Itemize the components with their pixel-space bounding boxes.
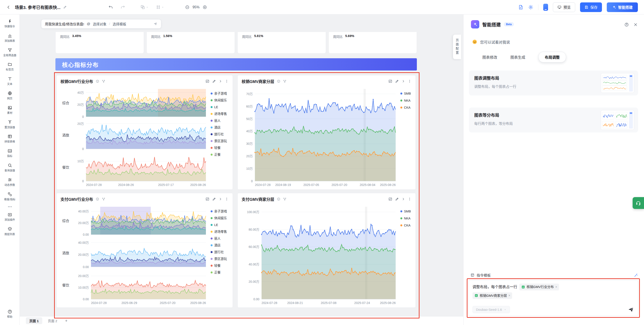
sidebar-item-layer-list[interactable]: 图层列表 <box>1 224 18 238</box>
switch-chart-icon[interactable] <box>388 197 392 201</box>
preview-button[interactable]: 预览 <box>553 2 575 12</box>
info-icon[interactable] <box>96 80 99 83</box>
redo-icon[interactable] <box>120 5 125 10</box>
template-icon[interactable] <box>470 273 474 277</box>
select-template-link[interactable]: 选择模板 <box>112 22 126 26</box>
sidebar-item-more[interactable] <box>1 204 18 210</box>
remove-tag-icon[interactable]: × <box>508 293 510 298</box>
back-icon[interactable] <box>6 5 11 10</box>
tab-layout-adjust[interactable]: 布局调整 <box>538 52 566 62</box>
relation-icon[interactable] <box>283 80 286 83</box>
edit-icon[interactable] <box>212 197 216 201</box>
panel-help-icon[interactable] <box>624 22 629 27</box>
zoom-level[interactable]: 95% <box>192 5 200 9</box>
undo-icon[interactable] <box>108 5 113 10</box>
edit-icon[interactable] <box>395 197 399 201</box>
sidebar-item-tab-page[interactable]: 标签页 <box>1 59 18 74</box>
expand-icon[interactable] <box>218 80 222 83</box>
info-icon[interactable] <box>277 197 280 201</box>
rename-icon[interactable] <box>63 5 67 9</box>
more-icon[interactable] <box>225 197 229 201</box>
page-config-tab[interactable]: 页面配置 <box>453 34 461 59</box>
switch-chart-icon[interactable] <box>206 197 210 201</box>
zoom-out-icon[interactable] <box>185 5 190 10</box>
sliders-icon <box>8 178 12 182</box>
kpi-card[interactable]: 周同比 5.81% <box>238 32 326 54</box>
support-float-button[interactable] <box>632 197 644 209</box>
more-icon[interactable] <box>408 79 412 83</box>
info-icon[interactable] <box>277 80 280 83</box>
more-icon[interactable] <box>225 79 229 83</box>
chart-canvas[interactable]: 40万20万0综合20万0酒旅10万0餐饮2024-07-282024-08-2… <box>59 87 230 188</box>
svg-text:0: 0 <box>82 115 84 118</box>
magic-wand-icon[interactable] <box>634 273 638 278</box>
export-doc-icon[interactable] <box>518 4 523 10</box>
zoom-in-icon[interactable] <box>202 5 207 10</box>
expand-icon[interactable] <box>402 80 405 83</box>
sidebar-item-add-plugin[interactable]: 添加插件 <box>1 210 18 224</box>
sidebar-item-stitch-table[interactable]: 拼接表格 <box>1 132 18 146</box>
save-button[interactable]: 保存 <box>580 2 602 12</box>
chart-card-pay-gmv-merchant[interactable]: 支付GMV商家分层 100.00万80.00万60.00万40.00万20.00… <box>238 193 416 308</box>
assistant-input-box[interactable]: 调整布局，每个图表占一行 核销GMV行业分布 × 核销GMV商家分层 × Dou… <box>468 280 638 316</box>
panel-close-icon[interactable] <box>633 22 638 27</box>
tab-chart-modify[interactable]: 图表修改 <box>482 54 497 60</box>
ai-prompt-bar[interactable]: 用我快速生成/修改仪表盘! @ 选择对象 / 选择模板 <box>41 19 161 28</box>
chart-canvas[interactable]: 70万60万50万40万30万20万10万02024-07-282024-08-… <box>240 87 413 188</box>
sidebar-item-text[interactable]: 文本 <box>1 74 18 88</box>
info-icon[interactable] <box>96 197 99 201</box>
sidebar-item-dynamic-params[interactable]: 动态参数 <box>1 175 18 189</box>
page-tab-2[interactable]: 页面 2 <box>44 317 61 324</box>
chart-canvas[interactable]: 40.00万20.00万0.00综合40.00万20.00万0.00酒旅20.0… <box>59 205 230 306</box>
input-text[interactable]: 调整布局，每个图表占一行 <box>472 284 517 290</box>
chart-canvas[interactable]: 100.00万80.00万60.00万40.00万20.00万0.002024-… <box>240 205 413 306</box>
page-tab-1[interactable]: 页面 1 <box>26 317 42 324</box>
smart-build-button[interactable]: 智能搭建 <box>607 2 638 12</box>
sidebar-item-quick-commands[interactable]: 快捷指令 <box>1 16 18 31</box>
switch-chart-icon[interactable] <box>206 79 210 83</box>
edit-icon[interactable] <box>395 79 399 83</box>
chart-tag-chip[interactable]: 核销GMV行业分布 × <box>519 284 559 290</box>
sidebar-item-dimension-metric[interactable]: 维度/指标 <box>1 189 18 204</box>
chart-tag-chip[interactable]: 核销GMV商家分层 × <box>472 292 512 299</box>
settings-gear-icon[interactable] <box>528 4 534 10</box>
sidebar-item-pinned-container[interactable]: 置顶容器 <box>1 117 18 132</box>
selection-frame-control[interactable] <box>156 5 164 10</box>
svg-text:景区游玩: 景区游玩 <box>214 257 227 260</box>
send-message-icon[interactable] <box>628 306 634 313</box>
kpi-card[interactable]: 周同比 1.56% <box>146 32 235 54</box>
sidebar-item-assets[interactable]: 素材 <box>1 103 18 117</box>
sidebar-item-add-chart[interactable]: 添加图表 <box>1 31 18 45</box>
select-object-link[interactable]: 选择对象 <box>93 22 106 26</box>
sidebar-item-global-filter[interactable]: 全局筛选器 <box>1 45 18 60</box>
relation-icon[interactable] <box>283 197 286 201</box>
mention-symbol[interactable]: @ <box>87 22 90 26</box>
chart-card-pay-gmv-industry[interactable]: 支付GMV行业分布 40.00万20.00万0.00综合40.00万20.00万… <box>56 193 233 308</box>
more-icon[interactable] <box>408 197 412 201</box>
chart-card-hexiao-gmv-merchant[interactable]: 核销GMV商家分层 70万60万50万40万30万20万10万02024-07-… <box>238 75 416 190</box>
kpi-card[interactable]: 周同比 5.69% <box>328 32 417 54</box>
sidebar-item-webpage[interactable]: 网页 <box>1 88 18 103</box>
edit-icon[interactable] <box>212 79 216 83</box>
relation-icon[interactable] <box>102 197 105 201</box>
expand-icon[interactable] <box>218 197 222 201</box>
slash-symbol[interactable]: / <box>109 22 110 26</box>
template-label[interactable]: 指令模板 <box>477 272 491 278</box>
chart-card-hexiao-gmv-industry[interactable]: 核销GMV行业分布 40万20万0综合20万0酒旅10万0餐饮2024-07-2… <box>56 75 233 190</box>
kpi-card[interactable]: 周同比 3.45% <box>56 32 144 54</box>
remove-tag-icon[interactable]: × <box>555 285 557 289</box>
mobile-preview-icon[interactable] <box>543 4 548 11</box>
tab-chart-generate[interactable]: 图表生成 <box>510 54 525 60</box>
add-page-button[interactable]: + <box>63 318 70 323</box>
switch-chart-icon[interactable] <box>388 79 392 83</box>
sidebar-item-metric[interactable]: 123 指标 <box>1 146 18 160</box>
sidebar-item-query-container[interactable]: 查询容器 <box>1 160 18 175</box>
suggestion-card-adjust-layout[interactable]: 图表调整布局 调整布局，每个图表占一行 <box>469 70 638 96</box>
sidebar-item-help[interactable]: 帮助 <box>1 306 18 321</box>
layer-order-control[interactable] <box>140 5 148 10</box>
send-icon[interactable] <box>153 22 158 26</box>
suggestion-card-equal-layout[interactable]: 图表等分布局 每行两个图表，等分布局 <box>469 108 638 132</box>
expand-icon[interactable] <box>402 197 405 201</box>
model-selector[interactable]: Doubao-Seed-1.6 <box>472 306 510 313</box>
relation-icon[interactable] <box>102 80 105 83</box>
